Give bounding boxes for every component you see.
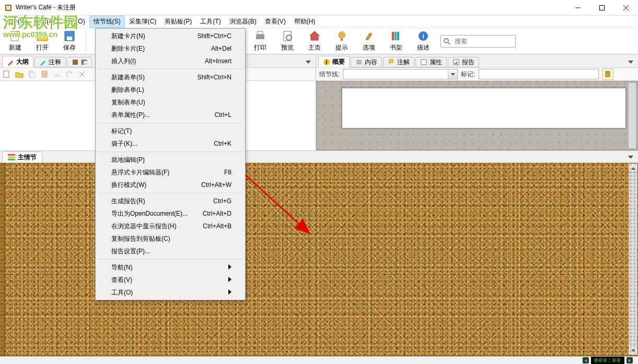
right-tab-report[interactable]: 报告 — [448, 57, 479, 67]
toolbar-options-button[interactable]: 选项 — [356, 29, 382, 53]
tips-icon — [335, 30, 348, 42]
toolbar-label: 主页 — [308, 43, 321, 52]
plot-tab-menu[interactable] — [625, 152, 636, 162]
describe-icon: i — [417, 30, 430, 42]
scroll-up-button[interactable] — [629, 164, 637, 173]
menu-item[interactable]: 复制报告到剪贴板(C) — [97, 232, 244, 245]
search-box[interactable] — [440, 35, 516, 48]
menu-item-5[interactable]: 剪贴板(P) — [160, 16, 196, 28]
toolbar-new-button[interactable]: 新建 — [2, 29, 28, 53]
plot-tab-main[interactable]: 主情节 — [2, 151, 42, 162]
menu-label: 袋子(K)... — [111, 139, 137, 148]
toolbar-print-button[interactable]: 打印 — [247, 29, 273, 53]
tab-label: 注释 — [49, 58, 61, 67]
menu-label: 标记(T) — [111, 127, 132, 136]
menu-item[interactable]: 导出为OpenDocument(E)...Ctrl+Alt+D — [97, 207, 244, 220]
mini-cut-icon[interactable] — [52, 69, 62, 79]
minimize-button[interactable] — [566, 0, 590, 16]
svg-rect-16 — [392, 32, 394, 40]
timer-next-button[interactable]: ⏵ — [627, 357, 633, 363]
card-scrollbar[interactable] — [628, 83, 636, 149]
report-icon — [453, 58, 460, 66]
mark-input[interactable] — [479, 69, 599, 79]
right-tab-summary[interactable]: i概要 — [318, 56, 350, 67]
menu-item[interactable]: 悬浮式卡片编辑器(F)F8 — [97, 166, 244, 179]
toolbar-preview-button[interactable]: 预览 — [274, 29, 300, 53]
summary-card[interactable] — [342, 88, 626, 128]
menu-item[interactable]: 复制表单(U) — [97, 96, 244, 109]
toolbar-home-button[interactable]: 主页 — [301, 29, 328, 53]
right-tab-annotate[interactable]: 注解 — [383, 57, 414, 67]
menu-shortcut: Shift+Ctrl+N — [198, 74, 231, 81]
right-tab-properties[interactable]: 属性 — [415, 57, 447, 67]
svg-point-21 — [444, 39, 448, 43]
menu-item-1[interactable]: 编辑(E) — [30, 16, 59, 28]
toolbar-save-button[interactable]: 保存 — [56, 29, 83, 53]
toolbar-bookshelf-button[interactable]: 书架 — [383, 29, 409, 53]
menu-item-9[interactable]: 帮助(H) — [290, 16, 320, 28]
menu-label: 复制报告到剪贴板(C) — [111, 234, 170, 243]
timer-prev-button[interactable]: ⏴ — [583, 357, 589, 363]
maximize-button[interactable] — [590, 0, 614, 16]
menu-item[interactable]: 插入列(I)Alt+Insert — [97, 55, 244, 67]
menu-item[interactable]: 标记(T) — [97, 125, 244, 137]
menu-item-0[interactable]: 文件(F) — [1, 16, 30, 28]
right-tab-content[interactable]: 内容 — [351, 57, 382, 67]
open-icon — [36, 30, 49, 42]
menu-item-2[interactable]: 格式(O) — [59, 16, 89, 28]
menu-item-4[interactable]: 采集簿(C) — [125, 16, 161, 28]
search-input[interactable] — [453, 36, 515, 46]
left-tab-outline[interactable]: 大纲 — [2, 56, 33, 67]
menu-item[interactable]: 换行模式(W)Ctrl+Alt+W — [97, 179, 244, 191]
menu-item[interactable]: 生成报告(R)Ctrl+G — [97, 195, 244, 207]
mini-undo-icon[interactable] — [65, 69, 74, 79]
menu-item-7[interactable]: 浏览器(B) — [225, 16, 261, 28]
info-yellow-icon: i — [323, 58, 330, 66]
menu-label: 导航(N) — [111, 263, 133, 272]
close-button[interactable] — [614, 0, 638, 16]
menu-item[interactable]: 表单属性(P)...Ctrl+L — [97, 109, 244, 121]
menu-item[interactable]: 删除表单(L) — [97, 84, 244, 96]
menu-item-8[interactable]: 查看(V) — [261, 16, 290, 28]
pencil-green-icon — [39, 58, 47, 66]
toolbar-describe-button[interactable]: i描述 — [410, 29, 436, 53]
mini-delete-icon[interactable] — [77, 69, 87, 79]
menu-item[interactable]: 袋子(K)...Ctrl+K — [97, 137, 244, 150]
plotline-dropdown[interactable] — [343, 69, 458, 79]
toolbar-tips-button[interactable]: 提示 — [329, 29, 355, 53]
menu-item[interactable]: 新建表单(S)Shift+Ctrl+N — [97, 71, 244, 84]
scroll-down-button[interactable] — [629, 346, 637, 355]
toolbar-open-button[interactable]: 打开 — [29, 29, 55, 53]
menu-shortcut: Ctrl+Alt+B — [203, 222, 231, 230]
menu-item-6[interactable]: 工具(T) — [196, 16, 225, 28]
svg-rect-39 — [455, 63, 456, 64]
right-tab-menu[interactable] — [625, 57, 636, 67]
options-icon — [363, 30, 375, 42]
menu-item[interactable]: 报告设置(P)... — [97, 245, 244, 257]
svg-rect-10 — [256, 34, 264, 39]
tab-label: 属性 — [430, 58, 442, 67]
clipboard-button[interactable] — [602, 68, 613, 80]
menu-item[interactable]: 导航(N) — [97, 261, 244, 274]
mini-paste-icon[interactable] — [40, 69, 49, 79]
left-tab-menu[interactable] — [303, 57, 314, 67]
menu-item[interactable]: 查看(V) — [97, 274, 244, 286]
svg-rect-40 — [456, 62, 457, 64]
menu-item-3[interactable]: 情节线(S) — [89, 16, 125, 28]
cork-scrollbar[interactable] — [629, 163, 637, 355]
print-icon — [254, 30, 266, 42]
menu-item[interactable]: 在浏览器中显示报告(H)Ctrl+Alt+B — [97, 220, 244, 232]
mini-open-icon[interactable] — [15, 69, 24, 79]
svg-rect-37 — [421, 60, 426, 65]
menu-item[interactable]: 新建卡片(N)Shift+Ctrl+C — [97, 30, 244, 42]
left-tab-storage[interactable]: 贮 — [67, 57, 92, 67]
toolbar-label: 打开 — [36, 43, 49, 52]
mini-new-icon[interactable] — [2, 69, 11, 79]
menu-item[interactable]: 就地编辑(P) — [97, 154, 244, 166]
menu-item[interactable]: 工具(O) — [97, 286, 244, 299]
left-tab-annotation[interactable]: 注释 — [34, 57, 66, 67]
mini-copy-icon[interactable] — [27, 69, 37, 79]
menu-shortcut: Ctrl+K — [214, 140, 231, 147]
svg-rect-45 — [8, 159, 15, 160]
menu-item[interactable]: 删除卡片(E)Alt+Del — [97, 42, 244, 55]
